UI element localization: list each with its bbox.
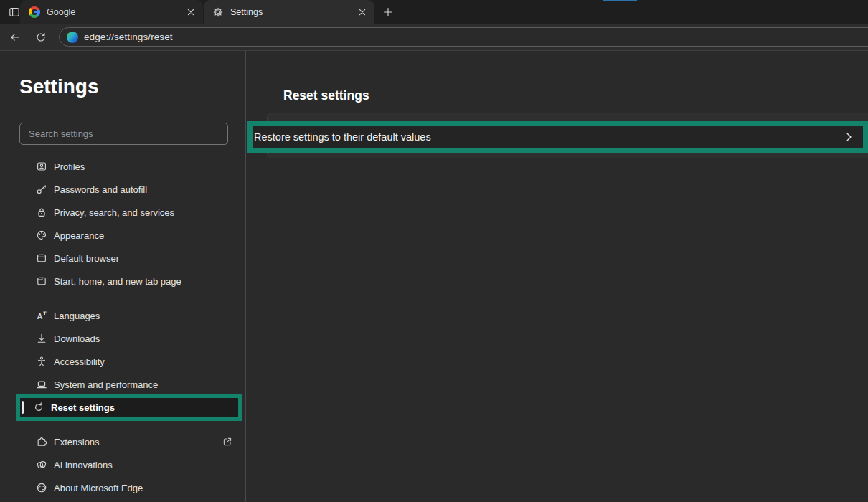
reload-icon [35,32,47,43]
sidebar-item-languages[interactable]: A Languages [16,304,242,327]
new-tab-button[interactable] [380,4,396,20]
browser-window-icon [36,252,47,264]
annotation-highlight-sidebar: Reset settings [16,394,242,421]
sidebar-item-label: System and performance [54,379,158,390]
sidebar-item-downloads[interactable]: Downloads [16,327,242,350]
address-bar[interactable]: edge://settings/reset [59,27,868,47]
tab-close-button[interactable] [184,6,197,19]
tab-google[interactable]: Google [20,0,203,24]
palette-icon [36,229,47,241]
restore-defaults-row[interactable]: Restore settings to their default values [253,131,431,143]
annotation-highlight-main: Restore settings to their default values [247,121,868,153]
sidebar-item-label: AI innovations [54,460,113,470]
gear-icon [212,6,224,18]
browser-toolbar: edge://settings/reset [0,24,868,51]
sidebar-item-label: Start, home, and new tab page [54,276,181,287]
sidebar-item-ai-innovations[interactable]: AI innovations [16,453,242,476]
tab-accent-line [603,0,637,1]
back-arrow-icon [9,32,21,43]
sidebar-item-label: Passwords and autofill [54,184,147,195]
url-text: edge://settings/reset [84,32,173,42]
settings-sidebar: Settings Profiles Passwords and autofill [0,51,246,502]
download-icon [36,333,47,344]
close-icon [357,6,368,18]
sidebar-item-label: Languages [54,311,100,321]
sidebar-item-label: Appearance [54,230,104,241]
svg-text:A: A [37,312,43,321]
sidebar-item-start-home-newtab[interactable]: Start, home, and new tab page [16,270,242,293]
edge-logo-icon [36,482,47,493]
sidebar-group: A Languages Downloads Accessibility [0,304,246,419]
sidebar-group: Extensions AI innovations [0,430,246,499]
sidebar-item-accessibility[interactable]: Accessibility [16,350,242,373]
reload-button[interactable] [32,28,50,47]
profiles-icon [36,161,47,172]
reset-icon [33,402,44,413]
edge-favicon [67,32,78,43]
sidebar-item-label: Downloads [54,333,100,344]
sidebar-item-reset-settings[interactable]: Reset settings [51,402,115,413]
lock-icon [36,207,47,218]
google-favicon [29,6,40,18]
tab-settings[interactable]: Settings [204,0,374,24]
external-link-icon [222,436,233,447]
sidebar-item-label: Extensions [54,437,100,447]
sidebar-item-label: Profiles [54,161,85,172]
sidebar-group: Profiles Passwords and autofill Privacy,… [0,155,246,293]
new-tab-page-icon [36,275,47,287]
back-button[interactable] [6,28,24,47]
accessibility-icon [36,356,47,367]
laptop-icon [36,379,47,390]
search-settings-input[interactable] [19,123,228,145]
selected-indicator [22,401,24,414]
settings-page: Settings Profiles Passwords and autofill [0,51,868,502]
puzzle-icon [36,436,47,447]
sidebar-item-system-performance[interactable]: System and performance [16,373,242,396]
close-icon [185,6,197,18]
chevron-right-icon [843,131,854,143]
plus-icon [382,6,394,18]
sidebar-item-extensions[interactable]: Extensions [16,430,242,453]
tab-strip: Google Settings [0,0,868,24]
sidebar-item-label: About Microsoft Edge [54,483,143,493]
page-title: Reset settings [283,88,369,103]
sidebar-item-default-browser[interactable]: Default browser [16,247,242,270]
sidebar-title: Settings [19,75,98,98]
tab-layout-icon [9,6,20,18]
sidebar-item-label: Privacy, search, and services [54,207,174,218]
sidebar-item-profiles[interactable]: Profiles [16,155,242,178]
copilot-icon [36,459,47,470]
translate-icon: A [36,310,47,321]
key-icon [36,184,47,195]
tab-title: Google [47,7,184,17]
sidebar-item-label: Default browser [54,253,119,264]
tab-title: Settings [230,7,356,17]
sidebar-item-label: Accessibility [54,356,105,367]
sidebar-item-appearance[interactable]: Appearance [16,224,242,247]
settings-main-pane: Reset settings Restore settings to their… [247,51,868,502]
sidebar-item-passwords[interactable]: Passwords and autofill [16,178,242,201]
sidebar-item-privacy[interactable]: Privacy, search, and services [16,201,242,224]
tab-close-button[interactable] [356,6,369,19]
sidebar-item-about-edge[interactable]: About Microsoft Edge [16,476,242,499]
